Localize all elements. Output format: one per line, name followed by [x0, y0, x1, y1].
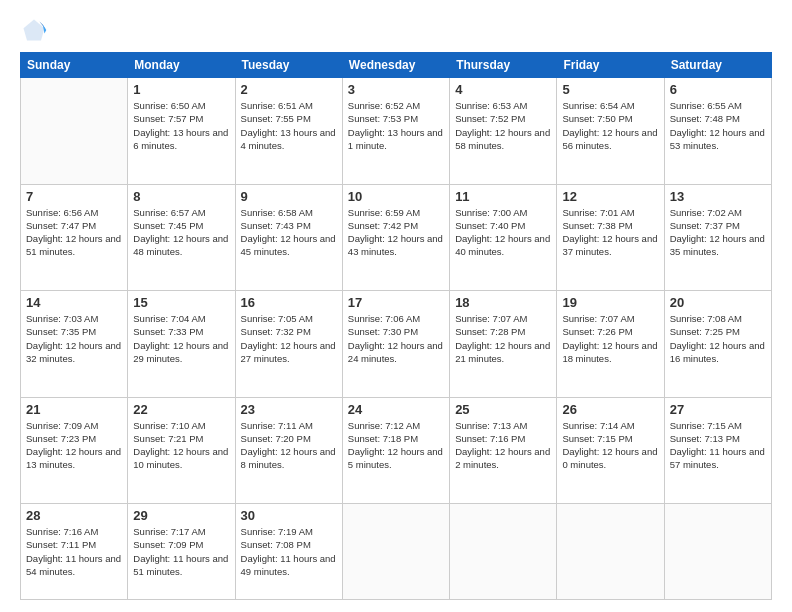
- day-number: 29: [133, 508, 229, 523]
- day-info: Sunrise: 7:09 AMSunset: 7:23 PMDaylight:…: [26, 419, 122, 472]
- calendar-cell: [342, 504, 449, 600]
- day-info: Sunrise: 7:10 AMSunset: 7:21 PMDaylight:…: [133, 419, 229, 472]
- calendar-cell: 16Sunrise: 7:05 AMSunset: 7:32 PMDayligh…: [235, 291, 342, 398]
- calendar-cell: 15Sunrise: 7:04 AMSunset: 7:33 PMDayligh…: [128, 291, 235, 398]
- calendar-cell: 20Sunrise: 7:08 AMSunset: 7:25 PMDayligh…: [664, 291, 771, 398]
- calendar-header-sunday: Sunday: [21, 53, 128, 78]
- day-info: Sunrise: 7:16 AMSunset: 7:11 PMDaylight:…: [26, 525, 122, 578]
- day-info: Sunrise: 7:06 AMSunset: 7:30 PMDaylight:…: [348, 312, 444, 365]
- day-number: 1: [133, 82, 229, 97]
- day-number: 2: [241, 82, 337, 97]
- day-info: Sunrise: 6:54 AMSunset: 7:50 PMDaylight:…: [562, 99, 658, 152]
- calendar-cell: 17Sunrise: 7:06 AMSunset: 7:30 PMDayligh…: [342, 291, 449, 398]
- day-info: Sunrise: 6:59 AMSunset: 7:42 PMDaylight:…: [348, 206, 444, 259]
- day-number: 19: [562, 295, 658, 310]
- day-number: 28: [26, 508, 122, 523]
- calendar-cell: 28Sunrise: 7:16 AMSunset: 7:11 PMDayligh…: [21, 504, 128, 600]
- day-info: Sunrise: 7:08 AMSunset: 7:25 PMDaylight:…: [670, 312, 766, 365]
- day-info: Sunrise: 6:58 AMSunset: 7:43 PMDaylight:…: [241, 206, 337, 259]
- day-number: 24: [348, 402, 444, 417]
- day-info: Sunrise: 6:51 AMSunset: 7:55 PMDaylight:…: [241, 99, 337, 152]
- day-number: 15: [133, 295, 229, 310]
- day-info: Sunrise: 7:17 AMSunset: 7:09 PMDaylight:…: [133, 525, 229, 578]
- day-number: 30: [241, 508, 337, 523]
- day-info: Sunrise: 6:56 AMSunset: 7:47 PMDaylight:…: [26, 206, 122, 259]
- day-info: Sunrise: 7:00 AMSunset: 7:40 PMDaylight:…: [455, 206, 551, 259]
- day-number: 20: [670, 295, 766, 310]
- calendar-cell: 23Sunrise: 7:11 AMSunset: 7:20 PMDayligh…: [235, 397, 342, 504]
- day-number: 3: [348, 82, 444, 97]
- calendar-cell: 30Sunrise: 7:19 AMSunset: 7:08 PMDayligh…: [235, 504, 342, 600]
- logo-icon: [20, 16, 48, 44]
- calendar-cell: 19Sunrise: 7:07 AMSunset: 7:26 PMDayligh…: [557, 291, 664, 398]
- header: [20, 16, 772, 44]
- calendar-cell: 14Sunrise: 7:03 AMSunset: 7:35 PMDayligh…: [21, 291, 128, 398]
- day-number: 18: [455, 295, 551, 310]
- calendar-cell: 6Sunrise: 6:55 AMSunset: 7:48 PMDaylight…: [664, 78, 771, 185]
- day-number: 5: [562, 82, 658, 97]
- calendar-cell: 11Sunrise: 7:00 AMSunset: 7:40 PMDayligh…: [450, 184, 557, 291]
- day-info: Sunrise: 7:07 AMSunset: 7:26 PMDaylight:…: [562, 312, 658, 365]
- calendar-week-row: 1Sunrise: 6:50 AMSunset: 7:57 PMDaylight…: [21, 78, 772, 185]
- day-info: Sunrise: 6:53 AMSunset: 7:52 PMDaylight:…: [455, 99, 551, 152]
- day-info: Sunrise: 7:04 AMSunset: 7:33 PMDaylight:…: [133, 312, 229, 365]
- calendar-header-friday: Friday: [557, 53, 664, 78]
- day-number: 23: [241, 402, 337, 417]
- day-number: 13: [670, 189, 766, 204]
- day-info: Sunrise: 7:01 AMSunset: 7:38 PMDaylight:…: [562, 206, 658, 259]
- calendar-cell: 5Sunrise: 6:54 AMSunset: 7:50 PMDaylight…: [557, 78, 664, 185]
- calendar-header-row: SundayMondayTuesdayWednesdayThursdayFrid…: [21, 53, 772, 78]
- day-info: Sunrise: 6:57 AMSunset: 7:45 PMDaylight:…: [133, 206, 229, 259]
- day-number: 22: [133, 402, 229, 417]
- calendar-cell: 13Sunrise: 7:02 AMSunset: 7:37 PMDayligh…: [664, 184, 771, 291]
- calendar-cell: 25Sunrise: 7:13 AMSunset: 7:16 PMDayligh…: [450, 397, 557, 504]
- calendar-cell: 29Sunrise: 7:17 AMSunset: 7:09 PMDayligh…: [128, 504, 235, 600]
- day-number: 16: [241, 295, 337, 310]
- day-info: Sunrise: 6:52 AMSunset: 7:53 PMDaylight:…: [348, 99, 444, 152]
- day-info: Sunrise: 6:55 AMSunset: 7:48 PMDaylight:…: [670, 99, 766, 152]
- calendar-cell: 12Sunrise: 7:01 AMSunset: 7:38 PMDayligh…: [557, 184, 664, 291]
- calendar-cell: 4Sunrise: 6:53 AMSunset: 7:52 PMDaylight…: [450, 78, 557, 185]
- calendar-cell: 2Sunrise: 6:51 AMSunset: 7:55 PMDaylight…: [235, 78, 342, 185]
- day-info: Sunrise: 7:11 AMSunset: 7:20 PMDaylight:…: [241, 419, 337, 472]
- day-info: Sunrise: 7:15 AMSunset: 7:13 PMDaylight:…: [670, 419, 766, 472]
- day-info: Sunrise: 6:50 AMSunset: 7:57 PMDaylight:…: [133, 99, 229, 152]
- calendar-cell: 18Sunrise: 7:07 AMSunset: 7:28 PMDayligh…: [450, 291, 557, 398]
- day-number: 9: [241, 189, 337, 204]
- calendar-cell: 22Sunrise: 7:10 AMSunset: 7:21 PMDayligh…: [128, 397, 235, 504]
- calendar-week-row: 7Sunrise: 6:56 AMSunset: 7:47 PMDaylight…: [21, 184, 772, 291]
- day-info: Sunrise: 7:19 AMSunset: 7:08 PMDaylight:…: [241, 525, 337, 578]
- calendar-header-monday: Monday: [128, 53, 235, 78]
- day-number: 14: [26, 295, 122, 310]
- day-info: Sunrise: 7:05 AMSunset: 7:32 PMDaylight:…: [241, 312, 337, 365]
- day-info: Sunrise: 7:07 AMSunset: 7:28 PMDaylight:…: [455, 312, 551, 365]
- logo: [20, 16, 52, 44]
- calendar-cell: [450, 504, 557, 600]
- day-info: Sunrise: 7:03 AMSunset: 7:35 PMDaylight:…: [26, 312, 122, 365]
- day-info: Sunrise: 7:12 AMSunset: 7:18 PMDaylight:…: [348, 419, 444, 472]
- calendar-cell: 27Sunrise: 7:15 AMSunset: 7:13 PMDayligh…: [664, 397, 771, 504]
- day-number: 11: [455, 189, 551, 204]
- calendar-cell: [664, 504, 771, 600]
- calendar-week-row: 21Sunrise: 7:09 AMSunset: 7:23 PMDayligh…: [21, 397, 772, 504]
- day-number: 4: [455, 82, 551, 97]
- calendar-cell: 10Sunrise: 6:59 AMSunset: 7:42 PMDayligh…: [342, 184, 449, 291]
- calendar-week-row: 14Sunrise: 7:03 AMSunset: 7:35 PMDayligh…: [21, 291, 772, 398]
- day-info: Sunrise: 7:02 AMSunset: 7:37 PMDaylight:…: [670, 206, 766, 259]
- calendar-cell: 21Sunrise: 7:09 AMSunset: 7:23 PMDayligh…: [21, 397, 128, 504]
- calendar-cell: 1Sunrise: 6:50 AMSunset: 7:57 PMDaylight…: [128, 78, 235, 185]
- calendar: SundayMondayTuesdayWednesdayThursdayFrid…: [20, 52, 772, 600]
- day-number: 26: [562, 402, 658, 417]
- calendar-cell: 3Sunrise: 6:52 AMSunset: 7:53 PMDaylight…: [342, 78, 449, 185]
- calendar-cell: [557, 504, 664, 600]
- calendar-header-thursday: Thursday: [450, 53, 557, 78]
- calendar-cell: 26Sunrise: 7:14 AMSunset: 7:15 PMDayligh…: [557, 397, 664, 504]
- day-number: 21: [26, 402, 122, 417]
- calendar-cell: [21, 78, 128, 185]
- page: SundayMondayTuesdayWednesdayThursdayFrid…: [0, 0, 792, 612]
- calendar-header-wednesday: Wednesday: [342, 53, 449, 78]
- calendar-cell: 7Sunrise: 6:56 AMSunset: 7:47 PMDaylight…: [21, 184, 128, 291]
- day-info: Sunrise: 7:14 AMSunset: 7:15 PMDaylight:…: [562, 419, 658, 472]
- calendar-cell: 9Sunrise: 6:58 AMSunset: 7:43 PMDaylight…: [235, 184, 342, 291]
- calendar-header-tuesday: Tuesday: [235, 53, 342, 78]
